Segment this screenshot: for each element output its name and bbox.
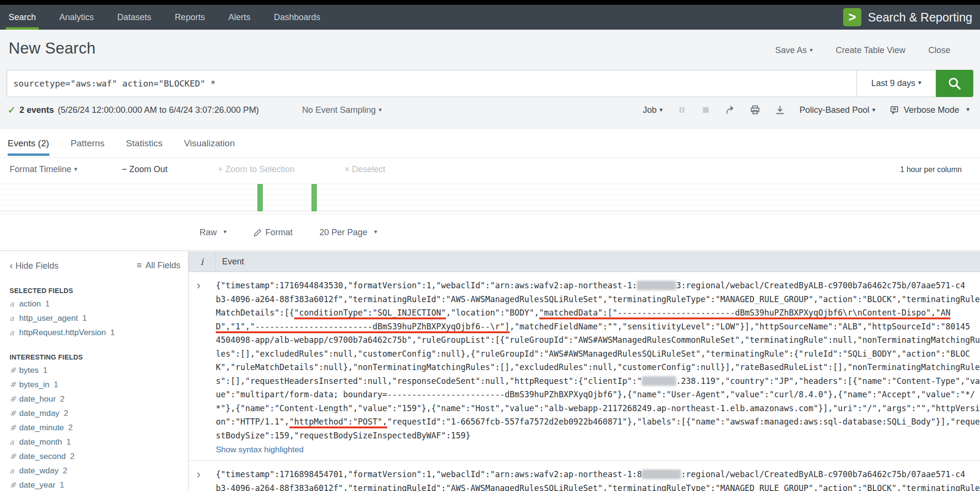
expand-event-icon[interactable]: › — [189, 279, 216, 455]
field-type-icon: # — [10, 409, 19, 418]
nav-item-reports[interactable]: Reports — [175, 5, 205, 30]
json-line: MatchDetails":[{"conditionType":"SQL_INJ… — [216, 306, 980, 320]
field-name: httpRequest.httpVersion — [19, 328, 106, 338]
json-text: stBodySize":159,"requestBodySizeInspecte… — [216, 431, 470, 440]
fields-sidebar: Hide Fields ≡ All Fields SELECTED FIELDS… — [0, 251, 189, 491]
field-item-http_user_agent[interactable]: ahttp_user_agent1 — [10, 314, 180, 323]
field-item-date_mday[interactable]: #date_mday2 — [10, 409, 180, 418]
field-item-date_minute[interactable]: #date_minute2 — [10, 423, 180, 433]
format-timeline-dropdown[interactable]: Format Timeline — [10, 164, 78, 175]
search-query-text: sourcetype="aws:waf" action="BLOCKED" * — [13, 78, 216, 88]
top-black-strip — [0, 0, 980, 5]
format-results-button[interactable]: Format — [254, 228, 293, 238]
field-item-bytes_in[interactable]: #bytes_in1 — [10, 380, 180, 390]
pause-icon[interactable] — [677, 105, 687, 115]
job-menu[interactable]: Job — [643, 105, 663, 115]
field-item-date_month[interactable]: adate_month1 — [10, 437, 180, 447]
tab-visualization[interactable]: Visualization — [184, 129, 234, 157]
json-text: "requestId":"1-66567fcb-557fa7572d2eb092… — [387, 417, 980, 426]
splunk-logo-icon[interactable]: > — [843, 8, 861, 26]
zoom-out-button[interactable]: Zoom Out — [122, 164, 168, 175]
json-line: stBodySize":159,"requestBodySizeInspecte… — [216, 429, 980, 443]
tab-events[interactable]: Events (2) — [8, 129, 49, 157]
redacted-text: ######## — [642, 469, 681, 479]
nav-item-dashboards[interactable]: Dashboards — [274, 5, 320, 30]
field-name: bytes_in — [19, 380, 49, 390]
field-name: date_year — [19, 480, 56, 490]
field-count: 1 — [110, 328, 114, 338]
deselect-button[interactable]: Deselect — [345, 164, 386, 175]
display-mode-dropdown[interactable]: Raw — [200, 228, 227, 238]
search-input[interactable]: sourcetype="aws:waf" action="BLOCKED" * — [7, 70, 857, 97]
field-type-icon: # — [10, 423, 19, 432]
json-text: {"timestamp":1716944843530,"formatVersio… — [216, 281, 637, 290]
field-type-icon: # — [10, 394, 19, 404]
field-item-httpRequest.httpVersion[interactable]: ahttpRequest.httpVersion1 — [10, 328, 180, 338]
json-text: ue":"multipart/form-data; boundary=-----… — [216, 390, 975, 399]
field-item-date_hour[interactable]: #date_hour2 — [10, 394, 180, 404]
field-item-bytes[interactable]: #bytes1 — [10, 366, 180, 375]
field-item-action[interactable]: aaction1 — [10, 299, 180, 309]
tab-patterns[interactable]: Patterns — [71, 129, 105, 157]
zoom-to-selection-button[interactable]: Zoom to Selection — [218, 164, 295, 175]
json-line: s":[],"requestHeadersInserted":null,"res… — [216, 374, 980, 388]
events-table: i Event ›{"timestamp":1716944843530,"for… — [189, 251, 980, 491]
timeline-bar[interactable] — [257, 184, 263, 211]
json-text: on":"HTTP/1.1", — [216, 417, 290, 426]
hide-fields-button[interactable]: Hide Fields — [10, 260, 58, 271]
share-icon[interactable] — [725, 105, 735, 115]
app-brand: > Search & Reporting — [843, 5, 980, 30]
results-tabs: Events (2)PatternsStatisticsVisualizatio… — [0, 129, 980, 158]
show-syntax-highlighted-link[interactable]: Show syntax highlighted — [216, 445, 303, 455]
event-sampling-dropdown[interactable]: No Event Sampling — [302, 105, 382, 115]
field-name: date_wday — [19, 466, 58, 476]
annotated-json-text: D","1","------------------------dBmS39hu… — [216, 322, 510, 333]
search-mode-dropdown[interactable]: Verbose Mode — [890, 105, 969, 115]
nav-item-search[interactable]: Search — [9, 5, 36, 30]
field-item-date_wday[interactable]: adate_wday2 — [10, 466, 180, 476]
app-title: Search & Reporting — [868, 11, 972, 24]
event-count: 2 events — [20, 105, 54, 115]
per-page-dropdown[interactable]: 20 Per Page — [320, 228, 378, 238]
json-text: *"},{"name":"Content-Length","value":"15… — [216, 404, 980, 413]
nav-item-analytics[interactable]: Analytics — [59, 5, 94, 30]
redacted-text: ######## — [637, 281, 676, 290]
all-fields-button[interactable]: ≡ All Fields — [136, 260, 180, 271]
field-count: 2 — [60, 394, 65, 404]
json-text: b3-4096-a264-88f383a6012f","terminatingR… — [216, 295, 980, 304]
expand-event-icon[interactable]: › — [189, 468, 216, 491]
field-item-date_year[interactable]: #date_year1 — [10, 480, 180, 490]
close-button[interactable]: Close — [928, 45, 950, 55]
json-line: b3-4096-a264-88f383a6012f","terminatingR… — [216, 293, 980, 306]
json-text: 3:regional/webacl/CreatedByALB-c9700b7a6… — [676, 281, 965, 290]
selected-fields-list: aaction1ahttp_user_agent1ahttpRequest.ht… — [10, 299, 180, 338]
create-table-view-button[interactable]: Create Table View — [836, 45, 905, 55]
json-line: *"},{"name":"Content-Length","value":"15… — [216, 402, 980, 415]
export-icon[interactable] — [775, 105, 785, 115]
tab-statistics[interactable]: Statistics — [126, 129, 162, 157]
nav-item-datasets[interactable]: Datasets — [117, 5, 151, 30]
stop-icon[interactable] — [701, 105, 711, 115]
field-type-icon: a — [10, 328, 19, 337]
json-text: ,"location":"BODY", — [446, 308, 539, 317]
event-row: ›{"timestamp":1716944843530,"formatVersi… — [189, 272, 980, 460]
json-text: les":[],"excludedRules":null,"customerCo… — [216, 349, 970, 359]
nav-item-alerts[interactable]: Alerts — [228, 5, 250, 30]
print-icon[interactable] — [750, 105, 760, 115]
field-item-date_second[interactable]: #date_second2 — [10, 452, 180, 461]
save-as-button[interactable]: Save As — [775, 45, 813, 55]
annotated-json-text: "conditionType":"SQL_INJECTION" — [294, 308, 446, 319]
list-icon: ≡ — [136, 261, 142, 271]
search-time-span: (5/26/24 12:00:00.000 AM to 6/4/24 3:07:… — [58, 105, 259, 115]
events-table-header: i Event — [189, 251, 980, 272]
timeline-gridlines — [0, 184, 980, 211]
event-raw-text: {"timestamp":1716944843530,"formatVersio… — [216, 279, 980, 455]
timeline-bar[interactable] — [312, 184, 317, 211]
timeline-chart[interactable] — [0, 181, 980, 214]
search-pool-dropdown[interactable]: Policy-Based Pool — [800, 105, 876, 115]
search-button[interactable] — [936, 70, 973, 97]
field-name: bytes — [19, 366, 39, 375]
time-range-picker[interactable]: Last 9 days — [857, 70, 936, 97]
json-line: les":[],"excludedRules":null,"customerCo… — [216, 347, 980, 361]
field-name: date_second — [19, 452, 66, 461]
